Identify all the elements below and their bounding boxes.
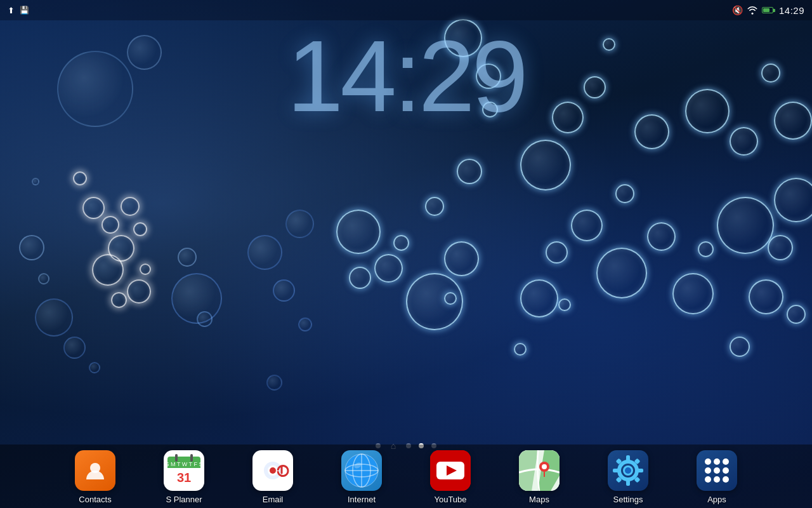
svg-point-38 [705, 458, 711, 465]
clock-display: 14:29 [287, 25, 525, 127]
bubble [685, 89, 730, 133]
svg-text:S M T W T F S: S M T W T F S [166, 461, 203, 467]
splanner-app[interactable]: 31 S M T W T F S S Planner [140, 445, 228, 508]
bubble [140, 264, 151, 275]
bubble [35, 298, 73, 337]
bubble [73, 171, 87, 185]
bubble [197, 311, 213, 327]
settings-label: Settings [613, 495, 643, 504]
internet-label: Internet [348, 495, 376, 504]
bubble [89, 362, 100, 373]
splanner-icon: 31 S M T W T F S [164, 450, 204, 491]
dock: Contacts 31 S M T W T F S S Planner [0, 444, 812, 508]
svg-text:31: 31 [177, 471, 191, 485]
bubble [546, 241, 568, 264]
status-time: 14:29 [779, 5, 804, 16]
bubble [514, 343, 527, 356]
maps-icon [519, 450, 560, 491]
bubble [82, 197, 105, 219]
bubble [672, 273, 714, 314]
bubble [698, 241, 714, 257]
bubble [298, 318, 312, 331]
svg-rect-32 [613, 469, 619, 472]
sd-icon: 💾 [20, 6, 29, 15]
bubble [520, 279, 558, 318]
apps-label: Apps [707, 495, 726, 504]
bubble [647, 222, 676, 251]
bubble [57, 51, 133, 127]
apps-app[interactable]: Apps [672, 445, 761, 508]
bubble [266, 375, 282, 391]
bubble [717, 197, 774, 254]
svg-point-45 [714, 476, 720, 483]
contacts-app[interactable]: Contacts [51, 445, 140, 508]
bubble [425, 197, 444, 216]
internet-app[interactable]: Internet [317, 445, 406, 508]
svg-point-39 [714, 458, 720, 465]
mute-icon: 🔇 [732, 5, 743, 15]
youtube-app[interactable]: YouTube [406, 445, 495, 508]
bubble [38, 273, 49, 284]
internet-icon [341, 450, 382, 491]
email-icon [252, 450, 293, 491]
splanner-label: S Planner [166, 495, 202, 504]
bubble [19, 235, 44, 260]
svg-rect-30 [626, 455, 630, 462]
svg-point-43 [723, 467, 729, 474]
svg-point-46 [723, 476, 729, 483]
bubble [749, 279, 783, 314]
bubble [787, 305, 806, 324]
svg-rect-33 [637, 469, 643, 472]
contacts-icon [75, 450, 115, 491]
bubble [247, 235, 282, 270]
bubble [121, 197, 140, 216]
svg-point-29 [625, 467, 631, 474]
bubble [603, 38, 615, 51]
bubble [111, 292, 127, 308]
status-bar: ⬆ 💾 🔇 14:29 [0, 0, 812, 20]
svg-rect-31 [626, 479, 630, 486]
youtube-icon [430, 450, 471, 491]
usb-icon: ⬆ [8, 6, 15, 15]
svg-point-11 [270, 467, 276, 474]
svg-point-42 [714, 467, 720, 474]
bubble [730, 337, 750, 357]
battery-icon [762, 7, 775, 13]
bubble [774, 178, 812, 222]
bubble [596, 248, 647, 298]
bubble [32, 178, 39, 185]
bubble [273, 279, 295, 302]
settings-icon [608, 450, 648, 491]
bubble [63, 337, 86, 359]
bubble [558, 298, 571, 311]
bubble [127, 279, 151, 304]
maps-label: Maps [529, 495, 549, 504]
bubble [336, 210, 381, 254]
bubble [444, 292, 457, 305]
bubble [457, 159, 482, 184]
bubble [634, 114, 669, 149]
bubble [520, 140, 571, 190]
wifi-icon [747, 6, 758, 15]
status-left: ⬆ 💾 [8, 6, 29, 15]
svg-point-44 [705, 476, 711, 483]
youtube-label: YouTube [434, 495, 466, 504]
bubble [584, 76, 606, 98]
email-app[interactable]: Email [228, 445, 317, 508]
bubble [102, 216, 119, 234]
bubble [285, 210, 314, 238]
maps-app[interactable]: Maps [495, 445, 584, 508]
svg-point-41 [705, 467, 711, 474]
bubble [768, 235, 793, 260]
settings-app[interactable]: Settings [584, 445, 672, 508]
bubble [393, 235, 409, 251]
bubble [349, 267, 371, 289]
bubble [615, 184, 634, 203]
bubble [92, 254, 124, 286]
apps-icon [697, 450, 737, 491]
bubble [774, 102, 812, 140]
bubble [571, 210, 603, 241]
bubble [552, 102, 584, 133]
contacts-label: Contacts [79, 495, 111, 504]
bubble [178, 248, 197, 267]
